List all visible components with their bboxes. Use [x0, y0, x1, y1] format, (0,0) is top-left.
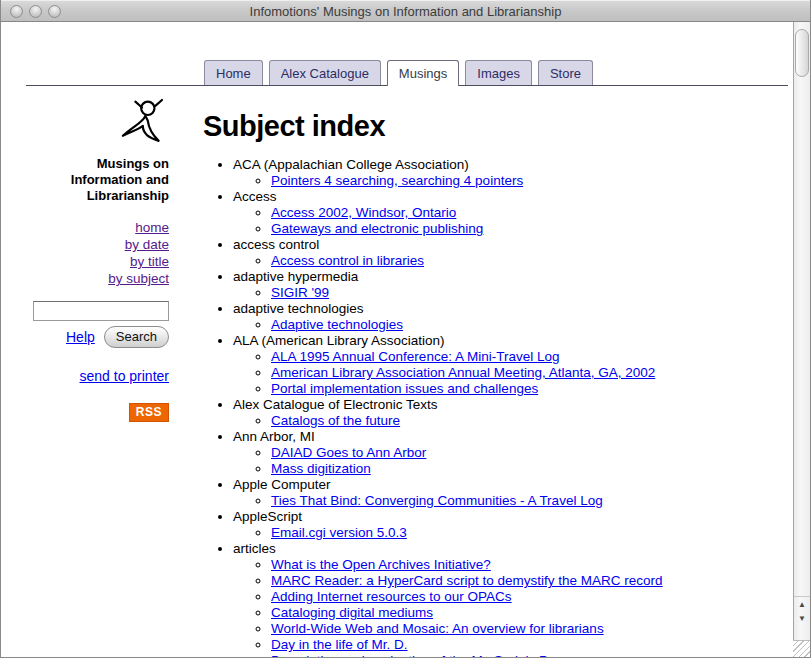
subject-link[interactable]: American Library Association Annual Meet…: [271, 365, 655, 380]
subject-item: ALA (American Library Association)ALA 19…: [233, 333, 810, 397]
tab-bar: Home Alex Catalogue Musings Images Store: [26, 60, 788, 86]
subject-label: ALA (American Library Association): [233, 333, 445, 348]
scrollbar-thumb[interactable]: [795, 29, 809, 77]
sublink-item: Day in the life of Mr. D.: [271, 637, 810, 653]
subject-label: access control: [233, 237, 319, 252]
subject-item: Apple ComputerTies That Bind: Converging…: [233, 477, 810, 509]
sublink-item: Ties That Bind: Converging Communities -…: [271, 493, 810, 509]
search-input[interactable]: [33, 301, 169, 321]
subject-sublinks: DAIAD Goes to Ann ArborMass digitization: [233, 445, 810, 477]
subject-link[interactable]: Pointers 4 searching, searching 4 pointe…: [271, 173, 523, 188]
tab-home[interactable]: Home: [204, 60, 263, 85]
subject-link[interactable]: Gateways and electronic publishing: [271, 221, 483, 236]
subject-label: ACA (Appalachian College Association): [233, 157, 469, 172]
sidebar-item-by-subject[interactable]: by subject: [31, 270, 169, 287]
subject-link[interactable]: DAIAD Goes to Ann Arbor: [271, 445, 426, 460]
subject-link[interactable]: SIGIR '99: [271, 285, 329, 300]
subject-link[interactable]: Ties That Bind: Converging Communities -…: [271, 493, 603, 508]
subject-item: access controlAccess control in librarie…: [233, 237, 810, 269]
subject-list: ACA (Appalachian College Association)Poi…: [203, 157, 810, 658]
subject-item: ACA (Appalachian College Association)Poi…: [233, 157, 810, 189]
tab-images[interactable]: Images: [465, 60, 532, 85]
vertical-scrollbar[interactable]: ▲ ▼: [793, 22, 810, 657]
sidebar-item-by-date[interactable]: by date: [31, 236, 169, 253]
subject-item: adaptive technologiesAdaptive technologi…: [233, 301, 810, 333]
subject-link[interactable]: ALA 1995 Annual Conference: A Mini-Trave…: [271, 349, 559, 364]
subject-link[interactable]: Day in the life of Mr. D.: [271, 637, 408, 652]
subject-sublinks: Ties That Bind: Converging Communities -…: [233, 493, 810, 509]
subject-label: articles: [233, 541, 276, 556]
subject-link[interactable]: What is the Open Archives Initiative?: [271, 557, 491, 572]
sublink-item: DAIAD Goes to Ann Arbor: [271, 445, 810, 461]
subject-sublinks: Catalogs of the future: [233, 413, 810, 429]
sublink-item: Mass digitization: [271, 461, 810, 477]
minimize-button[interactable]: [29, 5, 42, 18]
subject-sublinks: Pointers 4 searching, searching 4 pointe…: [233, 173, 810, 189]
window-controls: [10, 5, 61, 18]
window-title: Infomotions' Musings on Information and …: [250, 4, 562, 19]
page-title: Subject index: [203, 110, 810, 143]
close-button[interactable]: [10, 5, 23, 18]
help-link[interactable]: Help: [66, 329, 95, 345]
subject-link[interactable]: Adaptive technologies: [271, 317, 403, 332]
subject-link[interactable]: Access control in libraries: [271, 253, 424, 268]
scroll-up-button[interactable]: ▲: [794, 596, 810, 611]
sublink-item: Portal implementation issues and challen…: [271, 381, 810, 397]
sublink-item: Adding Internet resources to our OPACs: [271, 589, 810, 605]
rss-badge[interactable]: RSS: [129, 403, 169, 422]
subject-link[interactable]: Catalogs of the future: [271, 413, 400, 428]
subject-label: Alex Catalogue of Electronic Texts: [233, 397, 438, 412]
subject-link[interactable]: World-Wide Web and Mosaic: An overview f…: [271, 621, 604, 636]
sidebar-nav: home by date by title by subject: [31, 219, 169, 287]
sidebar-item-by-title[interactable]: by title: [31, 253, 169, 270]
sidebar-item-home[interactable]: home: [31, 219, 169, 236]
sublink-item: What is the Open Archives Initiative?: [271, 557, 810, 573]
subject-item: AppleScriptEmail.cgi version 5.0.3: [233, 509, 810, 541]
subject-sublinks: Access 2002, Windsor, OntarioGateways an…: [233, 205, 810, 237]
subject-sublinks: Email.cgi version 5.0.3: [233, 525, 810, 541]
sublink-item: Access 2002, Windsor, Ontario: [271, 205, 810, 221]
subject-link[interactable]: Mass digitization: [271, 461, 371, 476]
subject-label: Ann Arbor, MI: [233, 429, 315, 444]
subject-item: Alex Catalogue of Electronic TextsCatalo…: [233, 397, 810, 429]
send-to-printer-link[interactable]: send to printer: [80, 368, 170, 384]
search-button[interactable]: Search: [104, 326, 169, 348]
sublink-item: Catalogs of the future: [271, 413, 810, 429]
subject-link[interactable]: Description and evaluation of the Mr. Se…: [271, 653, 588, 658]
subject-link[interactable]: Portal implementation issues and challen…: [271, 381, 538, 396]
resize-grip[interactable]: [793, 640, 810, 657]
subject-label: Apple Computer: [233, 477, 331, 492]
sidebar: Musings on Information and Librarianship…: [1, 96, 179, 658]
subject-link[interactable]: Adding Internet resources to our OPACs: [271, 589, 512, 604]
subject-link[interactable]: MARC Reader: a HyperCard script to demys…: [271, 573, 663, 588]
subject-item: AccessAccess 2002, Windsor, OntarioGatew…: [233, 189, 810, 237]
page-layout: Musings on Information and Librarianship…: [1, 86, 810, 658]
main-content: Subject index ACA (Appalachian College A…: [179, 96, 810, 658]
subject-item: Ann Arbor, MIDAIAD Goes to Ann ArborMass…: [233, 429, 810, 477]
tab-store[interactable]: Store: [538, 60, 593, 85]
subject-label: Access: [233, 189, 277, 204]
subject-sublinks: What is the Open Archives Initiative?MAR…: [233, 557, 810, 658]
subject-item: articlesWhat is the Open Archives Initia…: [233, 541, 810, 658]
sublink-item: Gateways and electronic publishing: [271, 221, 810, 237]
subject-sublinks: Access control in libraries: [233, 253, 810, 269]
sublink-item: ALA 1995 Annual Conference: A Mini-Trave…: [271, 349, 810, 365]
rss-row: RSS: [31, 402, 169, 422]
sublink-item: MARC Reader: a HyperCard script to demys…: [271, 573, 810, 589]
search-row: Help Search: [31, 326, 169, 348]
zoom-button[interactable]: [48, 5, 61, 18]
tab-musings[interactable]: Musings: [387, 60, 459, 86]
sublink-item: Cataloging digital mediums: [271, 605, 810, 621]
subject-link[interactable]: Access 2002, Windsor, Ontario: [271, 205, 456, 220]
site-title: Musings on Information and Librarianship: [31, 156, 169, 204]
sublink-item: Pointers 4 searching, searching 4 pointe…: [271, 173, 810, 189]
scroll-down-button[interactable]: ▼: [794, 611, 810, 626]
tab-alex-catalogue[interactable]: Alex Catalogue: [269, 60, 381, 85]
sublink-item: American Library Association Annual Meet…: [271, 365, 810, 381]
sublink-item: Email.cgi version 5.0.3: [271, 525, 810, 541]
subject-link[interactable]: Email.cgi version 5.0.3: [271, 525, 407, 540]
subject-label: adaptive technologies: [233, 301, 364, 316]
subject-link[interactable]: Cataloging digital mediums: [271, 605, 433, 620]
subject-label: adaptive hypermedia: [233, 269, 358, 284]
sublink-item: Description and evaluation of the Mr. Se…: [271, 653, 810, 658]
